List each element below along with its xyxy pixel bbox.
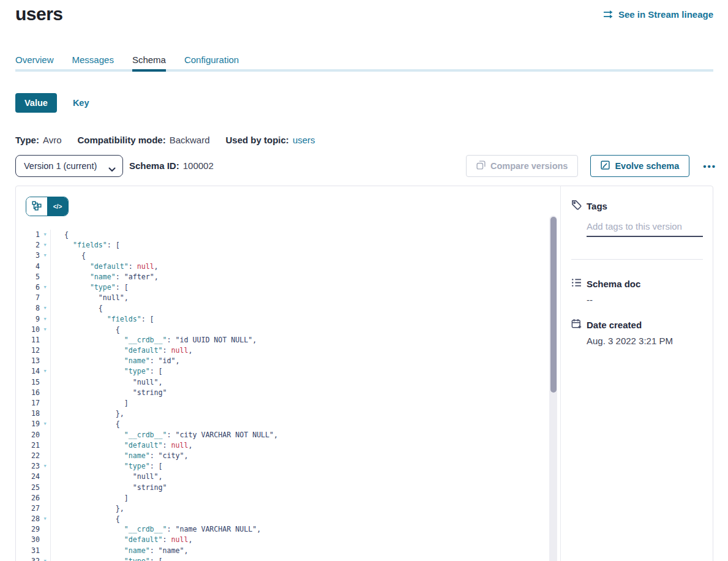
line-gutter: 24 xyxy=(16,472,51,482)
fold-arrow-empty xyxy=(40,293,50,303)
code-line: 26 ] xyxy=(16,493,548,503)
code-text: { xyxy=(51,303,103,314)
line-number: 28 xyxy=(16,514,40,524)
fold-arrow-empty xyxy=(40,451,50,461)
line-number: 30 xyxy=(16,535,40,545)
schema-sidebar: Tags Schema doc -- xyxy=(561,186,713,561)
line-gutter: 22 xyxy=(16,451,51,461)
code-text: "__crdb__": "name VARCHAR NULL", xyxy=(51,524,261,535)
stream-lineage-link[interactable]: See in Stream lineage xyxy=(603,9,713,20)
tab-messages[interactable]: Messages xyxy=(72,55,114,65)
fold-arrow-icon[interactable]: ▼ xyxy=(40,314,50,325)
fold-arrow-icon[interactable]: ▼ xyxy=(40,556,50,561)
schema-code-editor[interactable]: 1▼{2▼ "fields": [3▼ {4 "default": null,5… xyxy=(16,230,548,561)
meta-compatibility-mode-value: Backward xyxy=(170,135,210,145)
version-select[interactable]: Version 1 (current) xyxy=(16,156,122,176)
line-number: 7 xyxy=(16,293,40,303)
line-number: 13 xyxy=(16,356,40,366)
fold-arrow-empty xyxy=(40,262,50,272)
key-tab-button[interactable]: Key xyxy=(73,98,89,108)
line-gutter: 32▼ xyxy=(16,556,51,561)
code-text: { xyxy=(51,325,120,335)
tags-section-header: Tags xyxy=(571,200,703,211)
sidebar-divider xyxy=(571,259,703,260)
compare-icon xyxy=(476,160,486,171)
code-text: { xyxy=(51,250,86,261)
code-text: "null", xyxy=(51,472,163,482)
line-number: 11 xyxy=(16,335,40,345)
fold-arrow-icon[interactable]: ▼ xyxy=(40,514,50,524)
line-number: 4 xyxy=(16,262,40,272)
line-gutter: 16 xyxy=(16,388,51,398)
fold-arrow-icon[interactable]: ▼ xyxy=(40,230,50,240)
fold-arrow-empty xyxy=(40,524,50,535)
meta-compatibility-mode-label: Compatibility mode: xyxy=(77,135,165,145)
tree-view-button[interactable] xyxy=(26,197,47,216)
line-gutter: 31 xyxy=(16,546,51,556)
line-gutter: 19▼ xyxy=(16,419,51,429)
code-text: "name": "name", xyxy=(51,546,188,556)
calendar-plus-icon xyxy=(571,318,582,331)
code-line: 30 "default": null, xyxy=(16,535,548,545)
code-line: 24 "null", xyxy=(16,472,548,482)
value-tab-button[interactable]: Value xyxy=(15,93,57,113)
code-line: 14▼ "type": [ xyxy=(16,366,548,377)
fold-arrow-empty xyxy=(40,409,50,419)
fold-arrow-icon[interactable]: ▼ xyxy=(40,325,50,335)
code-line: 11 "__crdb__": "id UUID NOT NULL", xyxy=(16,335,548,345)
tab-configuration[interactable]: Configuration xyxy=(184,55,239,65)
line-gutter: 28▼ xyxy=(16,514,51,524)
code-text: "name": "id", xyxy=(51,356,180,366)
meta-used-by-topic-label: Used by topic: xyxy=(226,135,289,145)
editor-scrollbar-thumb[interactable] xyxy=(550,217,557,393)
code-line: 18 }, xyxy=(16,409,548,419)
code-text: "type": [ xyxy=(51,282,129,293)
code-text: "__crdb__": "id UUID NOT NULL", xyxy=(51,335,257,345)
code-text: "name": "after", xyxy=(51,272,159,282)
more-options-button[interactable]: ••• xyxy=(702,159,718,174)
fold-arrow-icon[interactable]: ▼ xyxy=(40,366,50,377)
fold-arrow-icon[interactable]: ▼ xyxy=(40,250,50,261)
fold-arrow-icon[interactable]: ▼ xyxy=(40,461,50,472)
line-gutter: 27 xyxy=(16,503,51,514)
code-view-button[interactable]: </> xyxy=(47,197,68,216)
line-number: 18 xyxy=(16,409,40,419)
code-text: "fields": [ xyxy=(51,314,154,325)
line-number: 10 xyxy=(16,325,40,335)
line-gutter: 11 xyxy=(16,335,51,345)
fold-arrow-icon[interactable]: ▼ xyxy=(40,282,50,293)
code-text: "fields": [ xyxy=(51,240,120,250)
fold-arrow-empty xyxy=(40,483,50,493)
code-line: 17 ] xyxy=(16,398,548,409)
add-tags-input[interactable] xyxy=(587,221,703,237)
line-number: 2 xyxy=(16,240,40,250)
code-line: 2▼ "fields": [ xyxy=(16,240,548,250)
fold-arrow-icon[interactable]: ▼ xyxy=(40,303,50,314)
meta-used-by-topic-value[interactable]: users xyxy=(293,135,315,145)
evolve-schema-button[interactable]: Evolve schema xyxy=(590,155,689,177)
line-number: 14 xyxy=(16,366,40,377)
tree-view-icon xyxy=(32,201,42,213)
code-text: }, xyxy=(51,503,124,514)
meta-type: Type:Avro xyxy=(15,135,61,145)
fold-arrow-icon[interactable]: ▼ xyxy=(40,240,50,250)
code-text: ] xyxy=(51,398,129,409)
fold-arrow-empty xyxy=(40,440,50,451)
fold-arrow-empty xyxy=(40,377,50,388)
editor-scrollbar-track[interactable] xyxy=(549,216,557,561)
compare-versions-button[interactable]: Compare versions xyxy=(466,155,579,177)
schema-id-label: Schema ID: xyxy=(129,160,179,171)
schema-doc-title: Schema doc xyxy=(587,279,640,289)
fold-arrow-icon[interactable]: ▼ xyxy=(40,419,50,429)
line-number: 3 xyxy=(16,250,40,261)
code-text: ] xyxy=(51,493,129,503)
schema-id-value: 100002 xyxy=(183,160,214,171)
tab-overview[interactable]: Overview xyxy=(15,55,54,65)
fold-arrow-empty xyxy=(40,388,50,398)
stream-lineage-icon xyxy=(603,10,614,19)
code-line: 23▼ "type": [ xyxy=(16,461,548,472)
date-created-section-header: Date created xyxy=(571,319,703,330)
date-created-title: Date created xyxy=(587,320,642,330)
code-line: 3▼ { xyxy=(16,250,548,261)
tab-schema[interactable]: Schema xyxy=(132,55,166,65)
